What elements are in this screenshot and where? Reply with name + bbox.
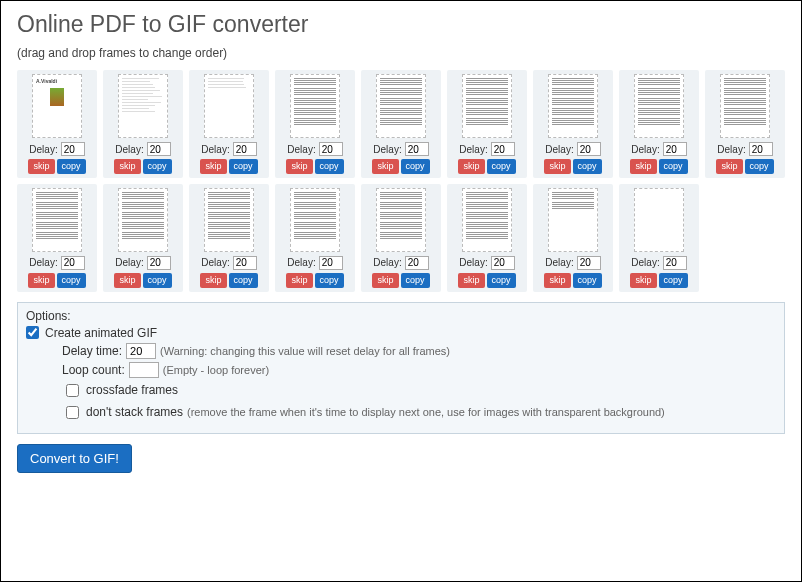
- frame-delay-input[interactable]: [233, 256, 257, 270]
- frame-skip-button[interactable]: skip: [372, 273, 398, 288]
- frame-skip-button[interactable]: skip: [200, 159, 226, 174]
- frame-skip-button[interactable]: skip: [458, 159, 484, 174]
- frame-thumbnail[interactable]: [376, 74, 426, 138]
- frame-copy-button[interactable]: copy: [229, 159, 258, 174]
- frame-item[interactable]: Delay:skipcopy: [447, 70, 527, 178]
- frame-copy-button[interactable]: copy: [315, 159, 344, 174]
- dont-stack-label[interactable]: don't stack frames: [86, 405, 183, 419]
- frame-delay-input[interactable]: [233, 142, 257, 156]
- frame-delay-label: Delay:: [201, 144, 229, 155]
- frame-thumbnail[interactable]: [548, 188, 598, 252]
- frame-copy-button[interactable]: copy: [315, 273, 344, 288]
- frame-item[interactable]: Delay:skipcopy: [619, 70, 699, 178]
- frame-delay-input[interactable]: [61, 256, 85, 270]
- frame-item[interactable]: A.VivaldiDelay:skipcopy: [17, 70, 97, 178]
- options-heading: Options:: [26, 309, 776, 323]
- frame-skip-button[interactable]: skip: [286, 159, 312, 174]
- frame-thumbnail[interactable]: [376, 188, 426, 252]
- frame-thumbnail[interactable]: [118, 74, 168, 138]
- frame-thumbnail[interactable]: [462, 188, 512, 252]
- frame-skip-button[interactable]: skip: [114, 159, 140, 174]
- frame-item[interactable]: Delay:skipcopy: [275, 184, 355, 292]
- frame-item[interactable]: Delay:skipcopy: [189, 70, 269, 178]
- frame-copy-button[interactable]: copy: [57, 273, 86, 288]
- frame-delay-input[interactable]: [405, 256, 429, 270]
- create-animated-gif-label[interactable]: Create animated GIF: [45, 326, 157, 340]
- delay-time-input[interactable]: [126, 343, 156, 359]
- create-animated-gif-checkbox[interactable]: [26, 326, 39, 339]
- frame-skip-button[interactable]: skip: [372, 159, 398, 174]
- frame-copy-button[interactable]: copy: [745, 159, 774, 174]
- frame-thumbnail[interactable]: [204, 188, 254, 252]
- frame-delay-input[interactable]: [147, 256, 171, 270]
- frame-skip-button[interactable]: skip: [544, 159, 570, 174]
- frame-skip-button[interactable]: skip: [630, 273, 656, 288]
- frame-button-row: skipcopy: [630, 273, 687, 288]
- frame-copy-button[interactable]: copy: [573, 273, 602, 288]
- frame-delay-input[interactable]: [491, 142, 515, 156]
- frame-delay-input[interactable]: [491, 256, 515, 270]
- frame-thumbnail[interactable]: A.Vivaldi: [32, 74, 82, 138]
- frame-delay-input[interactable]: [319, 142, 343, 156]
- frame-copy-button[interactable]: copy: [487, 273, 516, 288]
- frame-delay-input[interactable]: [147, 142, 171, 156]
- frame-delay-input[interactable]: [577, 256, 601, 270]
- frame-skip-button[interactable]: skip: [286, 273, 312, 288]
- frame-item[interactable]: Delay:skipcopy: [17, 184, 97, 292]
- frame-thumbnail[interactable]: [290, 74, 340, 138]
- frame-item[interactable]: Delay:skipcopy: [103, 70, 183, 178]
- loop-count-input[interactable]: [129, 362, 159, 378]
- frame-thumbnail[interactable]: [204, 74, 254, 138]
- frame-item[interactable]: Delay:skipcopy: [103, 184, 183, 292]
- dont-stack-checkbox[interactable]: [66, 406, 79, 419]
- crossfade-checkbox[interactable]: [66, 384, 79, 397]
- frame-copy-button[interactable]: copy: [229, 273, 258, 288]
- frame-skip-button[interactable]: skip: [544, 273, 570, 288]
- frame-skip-button[interactable]: skip: [630, 159, 656, 174]
- frame-item[interactable]: Delay:skipcopy: [619, 184, 699, 292]
- frame-delay-input[interactable]: [577, 142, 601, 156]
- frame-delay-row: Delay:: [115, 142, 170, 156]
- frame-copy-button[interactable]: copy: [57, 159, 86, 174]
- frame-copy-button[interactable]: copy: [573, 159, 602, 174]
- frame-copy-button[interactable]: copy: [659, 273, 688, 288]
- frame-thumbnail[interactable]: [118, 188, 168, 252]
- frame-thumbnail[interactable]: [634, 74, 684, 138]
- frame-copy-button[interactable]: copy: [401, 273, 430, 288]
- frame-thumbnail[interactable]: [720, 74, 770, 138]
- frame-skip-button[interactable]: skip: [114, 273, 140, 288]
- frame-delay-input[interactable]: [663, 256, 687, 270]
- frame-button-row: skipcopy: [372, 273, 429, 288]
- frame-copy-button[interactable]: copy: [659, 159, 688, 174]
- frame-thumbnail[interactable]: [548, 74, 598, 138]
- frame-item[interactable]: Delay:skipcopy: [533, 184, 613, 292]
- frame-item[interactable]: Delay:skipcopy: [705, 70, 785, 178]
- frame-delay-input[interactable]: [405, 142, 429, 156]
- frame-delay-input[interactable]: [749, 142, 773, 156]
- frame-skip-button[interactable]: skip: [28, 159, 54, 174]
- frame-item[interactable]: Delay:skipcopy: [533, 70, 613, 178]
- frame-copy-button[interactable]: copy: [143, 159, 172, 174]
- frame-item[interactable]: Delay:skipcopy: [275, 70, 355, 178]
- frame-delay-input[interactable]: [61, 142, 85, 156]
- frame-thumbnail[interactable]: [290, 188, 340, 252]
- frame-copy-button[interactable]: copy: [401, 159, 430, 174]
- frame-skip-button[interactable]: skip: [28, 273, 54, 288]
- frame-skip-button[interactable]: skip: [716, 159, 742, 174]
- frame-item[interactable]: Delay:skipcopy: [361, 184, 441, 292]
- frame-thumbnail[interactable]: [462, 74, 512, 138]
- frame-delay-input[interactable]: [319, 256, 343, 270]
- frame-skip-button[interactable]: skip: [458, 273, 484, 288]
- frame-item[interactable]: Delay:skipcopy: [361, 70, 441, 178]
- frame-item[interactable]: Delay:skipcopy: [447, 184, 527, 292]
- frame-copy-button[interactable]: copy: [143, 273, 172, 288]
- frame-skip-button[interactable]: skip: [200, 273, 226, 288]
- frame-copy-button[interactable]: copy: [487, 159, 516, 174]
- frame-thumbnail[interactable]: [634, 188, 684, 252]
- frame-delay-label: Delay:: [545, 144, 573, 155]
- convert-button[interactable]: Convert to GIF!: [17, 444, 132, 473]
- crossfade-label[interactable]: crossfade frames: [86, 383, 178, 397]
- frame-thumbnail[interactable]: [32, 188, 82, 252]
- frame-delay-input[interactable]: [663, 142, 687, 156]
- frame-item[interactable]: Delay:skipcopy: [189, 184, 269, 292]
